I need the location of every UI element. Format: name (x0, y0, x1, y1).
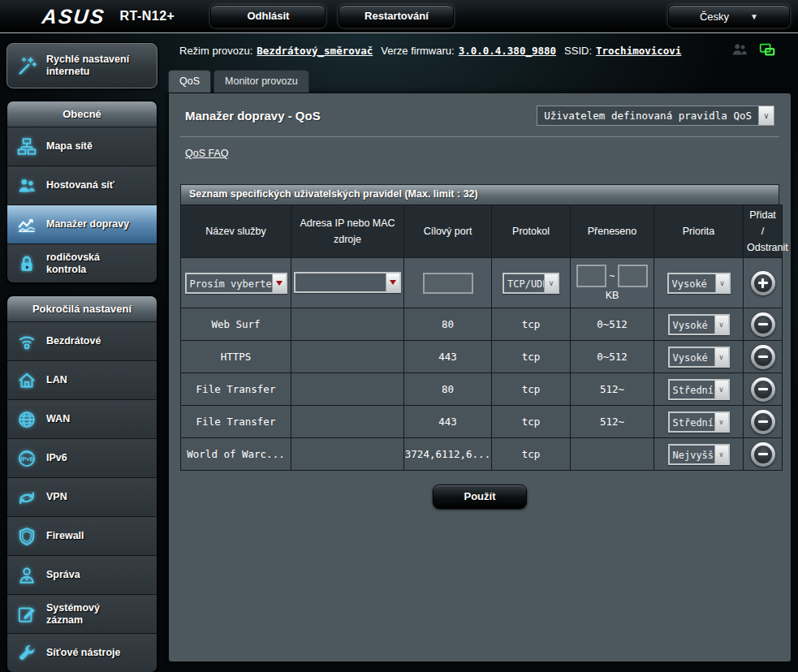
top-navbar: ASUS RT-N12+ Odhlásit Restartování Česky… (0, 0, 798, 33)
ssid-label: SSID: (564, 45, 592, 57)
sidebar-item-label: Správa (46, 569, 80, 581)
delete-rule-button[interactable] (751, 345, 775, 369)
sidebar-item-ipv6[interactable]: IPv6 IPv6 (7, 438, 157, 477)
priority-value: Střední (670, 381, 714, 398)
source-address-value (295, 274, 386, 291)
rule-name: HTTPS (181, 341, 291, 373)
chevron-down-icon[interactable]: ∨ (714, 316, 728, 334)
priority-select[interactable]: Vysoké ∨ (668, 347, 730, 368)
delete-rule-button[interactable] (751, 442, 775, 467)
sidebar-item-parental-control[interactable]: rodičovská kontrola (7, 243, 157, 282)
tab-bar: QoS Monitor provozu (168, 70, 792, 93)
svg-text:IPv6: IPv6 (20, 455, 33, 463)
sidebar-group-header: Obecné (7, 101, 157, 127)
clients-icon[interactable] (730, 41, 749, 61)
delete-rule-button[interactable] (751, 377, 775, 402)
sidebar-item-system-log[interactable]: Systémový záznam (7, 594, 157, 633)
sidebar-item-traffic-manager[interactable]: Manažer dopravy (7, 205, 157, 243)
sidebar-item-label: Manažer dopravy (46, 218, 129, 230)
rules-table-wrap: Seznam specifických uživatelských pravid… (180, 184, 779, 471)
chevron-down-icon[interactable]: ∨ (715, 274, 729, 292)
priority-value: Vysoké (670, 316, 714, 334)
person-icon (12, 565, 41, 586)
chevron-down-icon[interactable]: ∨ (714, 381, 728, 398)
combo-arrow-icon[interactable] (386, 274, 399, 291)
source-address-combo[interactable] (294, 272, 401, 293)
ipv6-icon: IPv6 (12, 448, 41, 469)
table-row: File Transfer 80 tcp 512~ Střední ∨ (181, 373, 783, 406)
language-select[interactable]: Česky ▼ (668, 5, 790, 28)
rule-name: File Transfer (181, 406, 291, 438)
tab-traffic-monitor[interactable]: Monitor provozu (214, 70, 309, 93)
protocol-select[interactable]: TCP/UDP ∨ (503, 273, 559, 294)
rule-port: 443 (404, 341, 492, 373)
service-name-value: Prosím vyberte (187, 274, 272, 292)
chevron-down-icon[interactable]: ∨ (714, 446, 728, 463)
chevron-down-icon[interactable]: ∨ (544, 274, 558, 292)
qos-panel: Manažer dopravy - QoS Uživatelem definov… (168, 93, 792, 662)
sidebar-item-quick-setup[interactable]: Rychlé nastavení internetu (6, 43, 157, 88)
chevron-down-icon[interactable]: ∨ (714, 348, 728, 366)
sidebar-item-network-tools[interactable]: Síťové nástroje (7, 633, 157, 672)
rule-protocol: tcp (492, 308, 571, 341)
ssid-link[interactable]: Trochimovicovi (596, 45, 681, 57)
service-name-combo[interactable]: Prosím vyberte (185, 273, 287, 294)
divider (180, 136, 779, 137)
priority-select[interactable]: Nejvyšší ∨ (668, 444, 730, 465)
dest-port-input[interactable] (423, 273, 473, 294)
priority-value: Vysoké (670, 348, 714, 366)
vpn-arrows-icon (12, 487, 41, 508)
rules-table-banner: Seznam specifických uživatelských pravid… (180, 184, 779, 205)
priority-select[interactable]: Vysoké ∨ (668, 314, 730, 335)
traffic-chart-icon (12, 214, 41, 235)
sidebar-item-label: Hostovaná síť (46, 179, 114, 192)
table-row: Web Surf 80 tcp 0~512 Vysoké ∨ (181, 308, 783, 341)
rule-name: File Transfer (181, 373, 291, 406)
delete-rule-button[interactable] (751, 312, 775, 337)
priority-select[interactable]: Střední ∨ (668, 411, 730, 433)
priority-select[interactable]: Vysoké ∨ (667, 273, 731, 294)
log-pencil-icon (12, 604, 41, 625)
guest-network-icon (12, 175, 41, 196)
combo-arrow-icon[interactable] (272, 274, 286, 292)
sidebar-item-wireless[interactable]: Bezdrátové (7, 321, 157, 360)
wired-status-icon[interactable] (757, 41, 777, 61)
table-row: File Transfer 443 tcp 512~ Střední ∨ (181, 406, 783, 438)
qos-type-select[interactable]: Uživatelem definovaná pravidla QoS ∨ (537, 106, 774, 126)
rule-name: Web Surf (181, 308, 291, 341)
qos-faq-link[interactable]: QoS FAQ (185, 148, 229, 159)
protocol-value: TCP/UDP (504, 274, 544, 292)
sidebar-item-label: Systémový záznam (46, 602, 127, 627)
sidebar-item-label: LAN (46, 374, 67, 386)
apply-button[interactable]: Použít (433, 485, 527, 509)
rule-source (291, 373, 404, 406)
chevron-down-icon: ∨ (758, 106, 774, 125)
firmware-label: Verze firmwaru: (381, 45, 454, 57)
transferred-max-input[interactable] (618, 265, 648, 287)
priority-select[interactable]: Střední ∨ (668, 379, 730, 400)
chevron-down-icon[interactable]: ∨ (714, 413, 728, 431)
network-map-icon (12, 136, 41, 157)
col-source: Adresa IP nebo MAC zdroje (291, 205, 404, 258)
sidebar-item-lan[interactable]: LAN (7, 360, 157, 399)
sidebar-item-firewall[interactable]: Firewall (7, 516, 157, 555)
col-service-name: Název služby (181, 205, 291, 258)
reboot-button[interactable]: Restartování (339, 5, 454, 28)
tab-qos[interactable]: QoS (168, 70, 211, 93)
sidebar-item-vpn[interactable]: VPN (7, 477, 157, 516)
rule-port: 3724,6112,6... (404, 438, 492, 471)
sidebar-item-guest-network[interactable]: Hostovaná síť (7, 166, 157, 205)
rule-protocol: tcp (492, 373, 571, 406)
sidebar-item-network-map[interactable]: Mapa sítě (7, 127, 157, 166)
delete-rule-button[interactable] (751, 410, 775, 434)
col-dest-port: Cílový port (404, 205, 492, 258)
add-rule-button[interactable] (751, 271, 775, 295)
transferred-min-input[interactable] (576, 265, 606, 287)
logout-button[interactable]: Odhlásit (210, 5, 326, 28)
lock-icon (12, 253, 41, 274)
sidebar-item-wan[interactable]: WAN (7, 399, 157, 438)
firmware-version-link[interactable]: 3.0.0.4.380_9880 (459, 45, 556, 57)
sidebar-item-label: Bezdrátové (46, 335, 101, 347)
operation-mode-link[interactable]: Bezdrátový_směrovač (257, 45, 373, 57)
sidebar-item-administration[interactable]: Správa (7, 555, 157, 594)
